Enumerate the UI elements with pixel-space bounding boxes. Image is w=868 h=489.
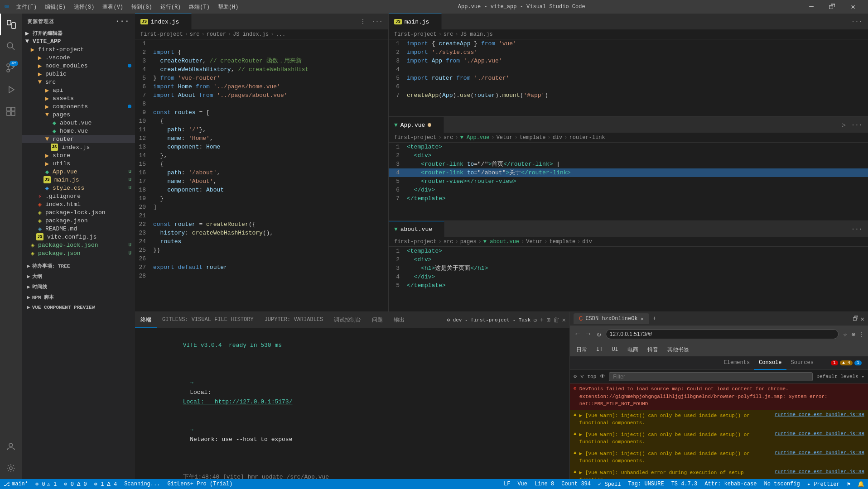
sidebar-item-router-index[interactable]: JS index.js [22, 143, 135, 151]
activity-settings[interactable] [0, 457, 22, 479]
menu-terminal[interactable]: 终端(T) [185, 2, 213, 12]
console-filter-input[interactable] [609, 372, 813, 381]
sidebar-item-utils[interactable]: ▶ utils [22, 159, 135, 168]
breadcrumb-item-0[interactable]: first-project [394, 134, 437, 141]
sidebar-menu-button[interactable]: ··· [115, 17, 130, 25]
sidebar-item-about-vue[interactable]: ◆ about.vue [22, 119, 135, 127]
warn-link-1[interactable]: runtime-core.esm-bundler.js:38 [775, 412, 864, 417]
gitlens-tab[interactable]: GITLENS: VISUAL FILE HISTORY [157, 312, 259, 328]
menu-goto[interactable]: 转到(G) [128, 2, 156, 12]
breadcrumb-item-1[interactable]: src [190, 31, 200, 38]
breadcrumb-item-2[interactable]: pages [460, 239, 477, 245]
menu-select[interactable]: 选择(S) [70, 2, 98, 12]
status-lf[interactable]: LF [500, 479, 514, 489]
more-actions-button[interactable]: ··· [849, 225, 864, 234]
status-count[interactable]: Count 394 [558, 479, 594, 489]
more-actions-button[interactable]: ··· [370, 17, 385, 26]
warn-link-2[interactable]: runtime-core.esm-bundler.js:38 [775, 431, 864, 436]
breadcrumb-item-2[interactable]: JS main.js [460, 31, 493, 38]
warn-link-4[interactable]: runtime-core.esm-bundler.js:38 [775, 469, 864, 475]
restart-button[interactable]: ↺ [533, 316, 537, 324]
sidebar-section-npm[interactable]: ▶ NPM 脚本 [22, 292, 135, 302]
kill-terminal-button[interactable]: 🗑 [553, 316, 559, 324]
close-button[interactable]: ✕ [843, 0, 863, 14]
activity-debug[interactable] [0, 79, 22, 101]
sidebar-section-outline[interactable]: ▶ 大纲 [22, 271, 135, 282]
devtools-tab-console[interactable]: Console [754, 356, 786, 370]
sidebar-project-root[interactable]: ▼ VITE_APP [22, 37, 135, 45]
activity-search[interactable] [0, 35, 22, 57]
breadcrumb-item-4[interactable]: ... [275, 31, 285, 38]
sidebar-item-package-json[interactable]: ◈ package.json [22, 216, 135, 225]
sidebar-item-index-html[interactable]: ◈ index.html [22, 200, 135, 208]
sidebar-item-api[interactable]: ▶ api [22, 86, 135, 94]
breadcrumb-item-6[interactable]: router-link [569, 134, 605, 141]
activity-explorer[interactable] [0, 14, 22, 35]
sidebar-item-first-project[interactable]: ▶ first-project [22, 45, 135, 53]
status-feedback[interactable]: ⚑ [844, 479, 854, 489]
breadcrumb-item-3[interactable]: Vetur [497, 134, 513, 141]
status-line[interactable]: Line 8 [531, 479, 558, 489]
menu-edit[interactable]: 编辑(E) [41, 2, 69, 12]
more-actions-button[interactable]: ··· [849, 120, 864, 129]
maximize-button[interactable]: 🗗 [822, 0, 843, 14]
browser-forward-button[interactable]: → [584, 329, 593, 339]
status-git-branch[interactable]: ⎇ main* [0, 479, 32, 489]
sidebar-item-vite-config[interactable]: JS vite.config.js [22, 233, 135, 241]
clear-console-button[interactable]: ⊘ [574, 373, 577, 380]
status-attr[interactable]: Attr: kebab-case [701, 479, 760, 489]
sidebar-section-open-editors[interactable]: ▶ 打开的编辑器 [22, 29, 135, 37]
sidebar-item-root-package-json[interactable]: ◈ package.json U [22, 249, 135, 257]
menu-file[interactable]: 文件(F) [13, 2, 41, 12]
devtools-tab-elements[interactable]: Elements [719, 356, 754, 370]
problems-tab[interactable]: 问题 [366, 312, 388, 328]
status-tag[interactable]: Tag: UNSURE [624, 479, 667, 489]
browser-extensions-icon[interactable]: ⊕ [852, 331, 855, 338]
sidebar-item-public[interactable]: ▶ public [22, 70, 135, 78]
breadcrumb-item-0[interactable]: first-project [394, 31, 437, 38]
bookmark-richangee[interactable]: 日常 [574, 345, 590, 355]
sidebar-item-package-lock[interactable]: ◈ package-lock.json [22, 208, 135, 216]
status-bell[interactable]: 🔔 [854, 479, 868, 489]
debug-console-tab[interactable]: 调试控制台 [328, 312, 366, 328]
devtools-tab-network[interactable] [818, 356, 827, 370]
menu-help[interactable]: 帮助(H) [214, 2, 242, 12]
bookmark-it[interactable]: IT [593, 345, 605, 354]
tab-app-vue[interactable]: ▼ App.vue ✕ [389, 117, 444, 133]
browser-bookmark-icon[interactable]: ☆ [841, 330, 849, 339]
status-ts[interactable]: TS 4.7.3 [668, 479, 701, 489]
menu-run[interactable]: 运行(R) [157, 2, 185, 12]
status-no-tsconfig[interactable]: No tsconfig [761, 479, 804, 489]
activity-extensions[interactable] [0, 101, 22, 122]
breadcrumb-item-6[interactable]: div [582, 239, 592, 245]
status-gitlens[interactable]: GitLens+ Pro (Trial) [164, 479, 236, 489]
browser-reload-button[interactable]: ↻ [595, 329, 603, 340]
breadcrumb-item-5[interactable]: div [553, 134, 563, 141]
status-language[interactable]: Vue [514, 479, 531, 489]
close-panel-button[interactable]: ✕ [562, 316, 566, 324]
activity-scm[interactable]: 4+ [0, 57, 22, 79]
terminal-content[interactable]: VITE v3.0.4 ready in 530 ms → Local: Loc… [135, 328, 569, 479]
browser-minimize[interactable]: — [847, 315, 850, 323]
eye-button[interactable]: 👁 [600, 373, 605, 380]
status-info-2[interactable]: ⊗ 1 Δ 4 [91, 479, 121, 489]
sidebar-item-app-vue[interactable]: ◆ App.vue U [22, 168, 135, 176]
status-spell[interactable]: ✓ Spell [594, 479, 624, 489]
breadcrumb-item-2[interactable]: router [207, 31, 226, 38]
sidebar-item-root-package-lock[interactable]: ◈ package-lock.json U [22, 241, 135, 249]
sidebar-item-main-js[interactable]: JS main.js U [22, 176, 135, 184]
bookmark-ecommerce[interactable]: 电商 [625, 345, 641, 355]
breadcrumb-item-1[interactable]: src [444, 239, 453, 245]
bookmark-other[interactable]: 其他书签 [665, 345, 692, 355]
code-editor-app-vue[interactable]: 1<template> 2 <div> 3 <router-link to="/… [389, 143, 868, 221]
bookmark-douyin[interactable]: 抖音 [645, 345, 661, 355]
default-levels-dropdown[interactable]: Default levels ▾ [816, 374, 864, 379]
breadcrumb-item-0[interactable]: first-project [394, 239, 437, 245]
status-scanning[interactable]: Scanning... [121, 479, 164, 489]
add-terminal-button[interactable]: + [540, 316, 544, 324]
browser-tab-close-button[interactable]: ✕ [641, 316, 644, 322]
sidebar-item-node-modules[interactable]: ▶ node_modules [22, 62, 135, 70]
minimize-button[interactable]: — [801, 0, 822, 14]
sidebar-item-pages[interactable]: ▼ pages [22, 110, 135, 119]
sidebar-item-vscode[interactable]: ▶ .vscode [22, 53, 135, 62]
